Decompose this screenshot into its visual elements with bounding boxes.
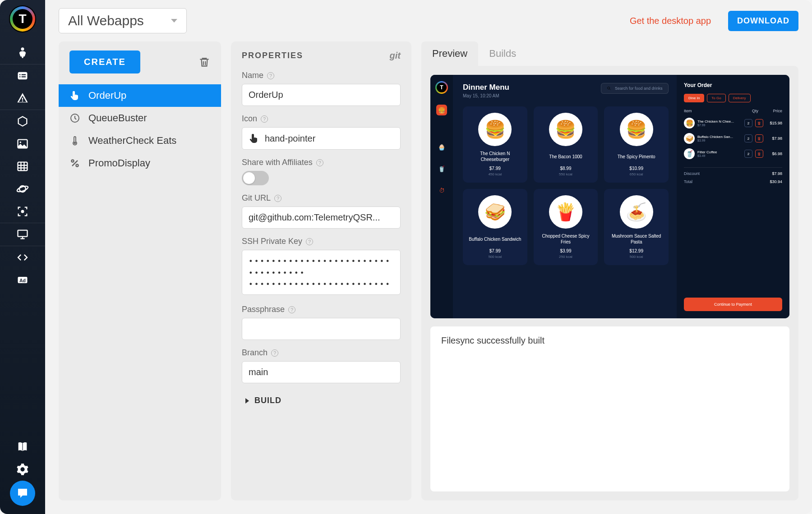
name-input[interactable] xyxy=(242,84,401,106)
preview-panel: Preview Builds 🍔 🧁 🥤 ⏱ xyxy=(421,41,798,500)
app-item-weathercheck[interactable]: WeatherCheck Eats xyxy=(59,129,221,152)
order-head-price: Price xyxy=(764,109,782,113)
order-qty-box[interactable]: 2 xyxy=(744,119,752,127)
order-item-name: Buffalo Chicken San... xyxy=(697,135,742,139)
order-item-name: The Chicken N Chee... xyxy=(697,119,742,124)
menu-item-price: $3.99 xyxy=(560,248,571,253)
topbar: All Webapps Get the desktop app DOWNLOAD xyxy=(45,0,812,41)
help-icon[interactable]: ? xyxy=(274,195,281,202)
order-item-price: $15.98 xyxy=(766,121,782,125)
order-delete-button[interactable]: 🗑 xyxy=(755,119,763,127)
preview-title: Dinner Menu xyxy=(463,83,509,92)
menu-item-name: The Bacon 1000 xyxy=(549,151,582,162)
build-section-toggle[interactable]: BUILD xyxy=(242,391,401,405)
order-item-subprice: $7.99 xyxy=(697,124,742,127)
branch-input[interactable] xyxy=(242,361,401,383)
svg-point-14 xyxy=(21,210,24,213)
left-sidebar: Ad xyxy=(0,0,45,514)
menu-card[interactable]: 🥪 Buffalo Chicken Sandwich $7.99 500 kca… xyxy=(463,189,527,265)
order-delete-button[interactable]: 🗑 xyxy=(755,134,763,142)
help-icon[interactable]: ? xyxy=(306,238,313,245)
nav-settings-icon[interactable] xyxy=(0,458,45,481)
preview-nav-clock-icon[interactable]: ⏱ xyxy=(436,185,447,196)
order-qty-box[interactable]: 2 xyxy=(744,150,752,158)
branch-label: Branch? xyxy=(242,348,401,358)
help-icon[interactable]: ? xyxy=(267,72,274,79)
menu-card[interactable]: 🍝 Mushroom Sauce Salted Pasta $12.99 500… xyxy=(604,189,669,265)
order-item-thumb: 🥪 xyxy=(684,133,695,144)
help-icon[interactable]: ? xyxy=(271,349,278,357)
nav-user-icon[interactable] xyxy=(0,41,45,64)
nav-code-icon[interactable] xyxy=(0,246,45,269)
svg-rect-2 xyxy=(22,74,26,75)
menu-card[interactable]: 🍔 The Bacon 1000 $8.99 550 kcal xyxy=(534,106,598,183)
menu-image: 🍔 xyxy=(549,113,582,146)
preview-search-input[interactable]: Search for food and drinks xyxy=(601,83,669,94)
menu-image: 🍝 xyxy=(620,195,653,229)
tab-builds[interactable]: Builds xyxy=(478,41,527,66)
order-tab[interactable]: Delivery xyxy=(729,94,751,102)
menu-card[interactable]: 🍟 Chopped Cheese Spicy Fries $3.99 250 k… xyxy=(534,189,598,265)
passphrase-input[interactable] xyxy=(242,318,401,340)
nav-warning-icon[interactable] xyxy=(0,87,45,110)
preview-nav-cupcake-icon[interactable]: 🧁 xyxy=(436,142,447,152)
preview-order-panel: Your Order Dine InTo GoDelivery Item Qty… xyxy=(677,75,789,318)
hand-pointer-icon xyxy=(69,90,80,101)
menu-item-kcal: 550 kcal xyxy=(559,172,572,176)
build-status-message: Filesync successfully built xyxy=(430,326,789,491)
menu-card[interactable]: 🍔 The Chicken N Cheeseburger $7.99 450 k… xyxy=(463,106,527,183)
share-toggle[interactable] xyxy=(242,171,269,185)
create-button[interactable]: CREATE xyxy=(69,50,140,73)
menu-item-price: $7.99 xyxy=(489,248,501,253)
nav-focus-icon[interactable] xyxy=(0,200,45,223)
menu-item-price: $7.99 xyxy=(489,166,501,171)
order-item-price: $6.98 xyxy=(766,151,782,156)
get-desktop-link[interactable]: Get the desktop app xyxy=(630,16,711,26)
nav-book-icon[interactable] xyxy=(0,436,45,458)
properties-panel: PROPERTIES git Name? Icon? hand-pointer … xyxy=(231,41,411,500)
nav-image-icon[interactable] xyxy=(0,133,45,155)
nav-ad-icon[interactable]: Ad xyxy=(0,269,45,291)
help-icon[interactable]: ? xyxy=(316,159,323,166)
ssh-input[interactable]: ••••••••••••••••••••••••••••••••••• ••••… xyxy=(242,250,401,295)
svg-line-23 xyxy=(72,161,78,166)
order-tab[interactable]: To Go xyxy=(707,94,725,102)
menu-item-kcal: 650 kcal xyxy=(630,172,643,176)
icon-input[interactable]: hand-pointer xyxy=(242,127,401,150)
svg-point-25 xyxy=(76,165,78,167)
nav-monitor-icon[interactable] xyxy=(0,223,45,246)
menu-item-name: The Chicken N Cheeseburger xyxy=(467,151,523,162)
app-item-label: WeatherCheck Eats xyxy=(88,135,176,147)
hand-pointer-icon xyxy=(249,133,259,144)
menu-card[interactable]: 🍔 The Spicy Pimento $10.99 650 kcal xyxy=(604,106,669,183)
svg-rect-1 xyxy=(19,74,20,75)
delete-icon[interactable] xyxy=(198,56,210,68)
svg-text:Ad: Ad xyxy=(19,278,26,283)
properties-title: PROPERTIES xyxy=(242,51,303,60)
share-label: Share with Affiliates? xyxy=(242,158,401,167)
preview-date: May 15, 10:20 AM xyxy=(463,93,509,98)
giturl-input[interactable] xyxy=(242,207,401,229)
order-head-qty: Qty xyxy=(746,109,764,113)
menu-item-name: The Spicy Pimento xyxy=(618,151,655,162)
preview-nav-cup-icon[interactable]: 🥤 xyxy=(436,163,447,174)
app-item-orderup[interactable]: OrderUp xyxy=(59,84,221,107)
order-qty-box[interactable]: 2 xyxy=(744,134,752,142)
workspace-dropdown[interactable]: All Webapps xyxy=(59,8,187,33)
order-delete-button[interactable]: 🗑 xyxy=(755,150,763,158)
tab-preview[interactable]: Preview xyxy=(421,41,478,66)
help-icon[interactable]: ? xyxy=(288,306,295,313)
nav-list-icon[interactable] xyxy=(0,64,45,87)
preview-nav-burger-icon[interactable]: 🍔 xyxy=(436,105,447,115)
app-item-promodisplay[interactable]: PromoDisplay xyxy=(59,152,221,174)
app-item-queuebuster[interactable]: QueueBuster xyxy=(59,107,221,129)
help-icon[interactable]: ? xyxy=(261,115,268,123)
nav-planet-icon[interactable] xyxy=(0,178,45,200)
nav-grid-icon[interactable] xyxy=(0,155,45,178)
download-button[interactable]: DOWNLOAD xyxy=(728,11,798,31)
chat-support-button[interactable] xyxy=(10,481,35,506)
preview-sidebar: 🍔 🧁 🥤 ⏱ xyxy=(430,75,453,318)
nav-box-icon[interactable] xyxy=(0,110,45,133)
order-tab[interactable]: Dine In xyxy=(684,94,704,102)
continue-payment-button[interactable]: Continue to Payment xyxy=(684,298,782,311)
